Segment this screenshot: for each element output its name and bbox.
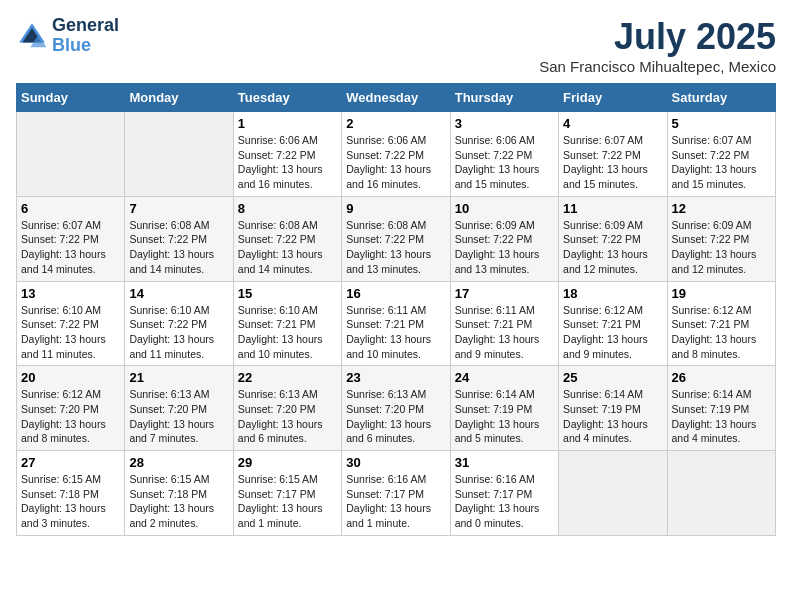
calendar-cell: 9Sunrise: 6:08 AM Sunset: 7:22 PM Daylig…	[342, 196, 450, 281]
calendar-cell: 18Sunrise: 6:12 AM Sunset: 7:21 PM Dayli…	[559, 281, 667, 366]
day-number: 16	[346, 286, 445, 301]
logo-text: General Blue	[52, 16, 119, 56]
calendar-cell: 28Sunrise: 6:15 AM Sunset: 7:18 PM Dayli…	[125, 451, 233, 536]
day-info: Sunrise: 6:08 AM Sunset: 7:22 PM Dayligh…	[346, 218, 445, 277]
day-number: 13	[21, 286, 120, 301]
day-info: Sunrise: 6:08 AM Sunset: 7:22 PM Dayligh…	[238, 218, 337, 277]
day-number: 8	[238, 201, 337, 216]
calendar-cell: 11Sunrise: 6:09 AM Sunset: 7:22 PM Dayli…	[559, 196, 667, 281]
day-header: Sunday	[17, 84, 125, 112]
day-info: Sunrise: 6:12 AM Sunset: 7:20 PM Dayligh…	[21, 387, 120, 446]
day-number: 14	[129, 286, 228, 301]
calendar-cell	[125, 112, 233, 197]
title-block: July 2025 San Francisco Mihualtepec, Mex…	[539, 16, 776, 75]
calendar-cell: 25Sunrise: 6:14 AM Sunset: 7:19 PM Dayli…	[559, 366, 667, 451]
day-number: 20	[21, 370, 120, 385]
calendar-week-row: 20Sunrise: 6:12 AM Sunset: 7:20 PM Dayli…	[17, 366, 776, 451]
day-info: Sunrise: 6:13 AM Sunset: 7:20 PM Dayligh…	[346, 387, 445, 446]
calendar-cell: 27Sunrise: 6:15 AM Sunset: 7:18 PM Dayli…	[17, 451, 125, 536]
calendar-cell: 29Sunrise: 6:15 AM Sunset: 7:17 PM Dayli…	[233, 451, 341, 536]
calendar-cell: 4Sunrise: 6:07 AM Sunset: 7:22 PM Daylig…	[559, 112, 667, 197]
day-header: Friday	[559, 84, 667, 112]
day-number: 15	[238, 286, 337, 301]
logo-line2: Blue	[52, 36, 119, 56]
day-info: Sunrise: 6:06 AM Sunset: 7:22 PM Dayligh…	[238, 133, 337, 192]
location-subtitle: San Francisco Mihualtepec, Mexico	[539, 58, 776, 75]
day-number: 1	[238, 116, 337, 131]
calendar-table: SundayMondayTuesdayWednesdayThursdayFrid…	[16, 83, 776, 536]
day-info: Sunrise: 6:10 AM Sunset: 7:21 PM Dayligh…	[238, 303, 337, 362]
calendar-cell: 6Sunrise: 6:07 AM Sunset: 7:22 PM Daylig…	[17, 196, 125, 281]
day-header: Saturday	[667, 84, 775, 112]
day-info: Sunrise: 6:07 AM Sunset: 7:22 PM Dayligh…	[672, 133, 771, 192]
day-header: Thursday	[450, 84, 558, 112]
day-info: Sunrise: 6:15 AM Sunset: 7:18 PM Dayligh…	[129, 472, 228, 531]
calendar-cell	[667, 451, 775, 536]
day-info: Sunrise: 6:14 AM Sunset: 7:19 PM Dayligh…	[563, 387, 662, 446]
day-info: Sunrise: 6:11 AM Sunset: 7:21 PM Dayligh…	[455, 303, 554, 362]
calendar-week-row: 6Sunrise: 6:07 AM Sunset: 7:22 PM Daylig…	[17, 196, 776, 281]
day-info: Sunrise: 6:16 AM Sunset: 7:17 PM Dayligh…	[455, 472, 554, 531]
day-number: 29	[238, 455, 337, 470]
day-info: Sunrise: 6:15 AM Sunset: 7:18 PM Dayligh…	[21, 472, 120, 531]
day-info: Sunrise: 6:09 AM Sunset: 7:22 PM Dayligh…	[455, 218, 554, 277]
calendar-cell: 16Sunrise: 6:11 AM Sunset: 7:21 PM Dayli…	[342, 281, 450, 366]
day-number: 7	[129, 201, 228, 216]
day-number: 30	[346, 455, 445, 470]
day-number: 23	[346, 370, 445, 385]
calendar-week-row: 1Sunrise: 6:06 AM Sunset: 7:22 PM Daylig…	[17, 112, 776, 197]
calendar-cell: 13Sunrise: 6:10 AM Sunset: 7:22 PM Dayli…	[17, 281, 125, 366]
calendar-cell: 10Sunrise: 6:09 AM Sunset: 7:22 PM Dayli…	[450, 196, 558, 281]
calendar-cell: 21Sunrise: 6:13 AM Sunset: 7:20 PM Dayli…	[125, 366, 233, 451]
day-number: 18	[563, 286, 662, 301]
day-number: 22	[238, 370, 337, 385]
calendar-cell: 2Sunrise: 6:06 AM Sunset: 7:22 PM Daylig…	[342, 112, 450, 197]
day-header: Tuesday	[233, 84, 341, 112]
day-number: 21	[129, 370, 228, 385]
day-number: 11	[563, 201, 662, 216]
day-info: Sunrise: 6:13 AM Sunset: 7:20 PM Dayligh…	[238, 387, 337, 446]
calendar-cell: 12Sunrise: 6:09 AM Sunset: 7:22 PM Dayli…	[667, 196, 775, 281]
calendar-cell: 30Sunrise: 6:16 AM Sunset: 7:17 PM Dayli…	[342, 451, 450, 536]
day-number: 27	[21, 455, 120, 470]
logo: General Blue	[16, 16, 119, 56]
day-header: Monday	[125, 84, 233, 112]
calendar-cell: 26Sunrise: 6:14 AM Sunset: 7:19 PM Dayli…	[667, 366, 775, 451]
day-number: 9	[346, 201, 445, 216]
day-number: 3	[455, 116, 554, 131]
calendar-cell: 20Sunrise: 6:12 AM Sunset: 7:20 PM Dayli…	[17, 366, 125, 451]
day-info: Sunrise: 6:15 AM Sunset: 7:17 PM Dayligh…	[238, 472, 337, 531]
logo-line1: General	[52, 16, 119, 36]
day-info: Sunrise: 6:06 AM Sunset: 7:22 PM Dayligh…	[346, 133, 445, 192]
day-number: 31	[455, 455, 554, 470]
calendar-cell	[17, 112, 125, 197]
day-info: Sunrise: 6:09 AM Sunset: 7:22 PM Dayligh…	[672, 218, 771, 277]
day-number: 6	[21, 201, 120, 216]
day-info: Sunrise: 6:07 AM Sunset: 7:22 PM Dayligh…	[563, 133, 662, 192]
day-info: Sunrise: 6:12 AM Sunset: 7:21 PM Dayligh…	[563, 303, 662, 362]
day-number: 2	[346, 116, 445, 131]
day-info: Sunrise: 6:14 AM Sunset: 7:19 PM Dayligh…	[455, 387, 554, 446]
day-number: 19	[672, 286, 771, 301]
day-number: 25	[563, 370, 662, 385]
calendar-cell	[559, 451, 667, 536]
day-info: Sunrise: 6:09 AM Sunset: 7:22 PM Dayligh…	[563, 218, 662, 277]
day-number: 28	[129, 455, 228, 470]
day-info: Sunrise: 6:08 AM Sunset: 7:22 PM Dayligh…	[129, 218, 228, 277]
day-header: Wednesday	[342, 84, 450, 112]
day-info: Sunrise: 6:07 AM Sunset: 7:22 PM Dayligh…	[21, 218, 120, 277]
calendar-week-row: 27Sunrise: 6:15 AM Sunset: 7:18 PM Dayli…	[17, 451, 776, 536]
day-info: Sunrise: 6:11 AM Sunset: 7:21 PM Dayligh…	[346, 303, 445, 362]
calendar-cell: 31Sunrise: 6:16 AM Sunset: 7:17 PM Dayli…	[450, 451, 558, 536]
calendar-cell: 7Sunrise: 6:08 AM Sunset: 7:22 PM Daylig…	[125, 196, 233, 281]
day-number: 26	[672, 370, 771, 385]
calendar-cell: 3Sunrise: 6:06 AM Sunset: 7:22 PM Daylig…	[450, 112, 558, 197]
day-number: 12	[672, 201, 771, 216]
day-number: 10	[455, 201, 554, 216]
day-info: Sunrise: 6:10 AM Sunset: 7:22 PM Dayligh…	[21, 303, 120, 362]
calendar-cell: 1Sunrise: 6:06 AM Sunset: 7:22 PM Daylig…	[233, 112, 341, 197]
page-header: General Blue July 2025 San Francisco Mih…	[16, 16, 776, 75]
calendar-cell: 14Sunrise: 6:10 AM Sunset: 7:22 PM Dayli…	[125, 281, 233, 366]
calendar-cell: 19Sunrise: 6:12 AM Sunset: 7:21 PM Dayli…	[667, 281, 775, 366]
day-info: Sunrise: 6:10 AM Sunset: 7:22 PM Dayligh…	[129, 303, 228, 362]
